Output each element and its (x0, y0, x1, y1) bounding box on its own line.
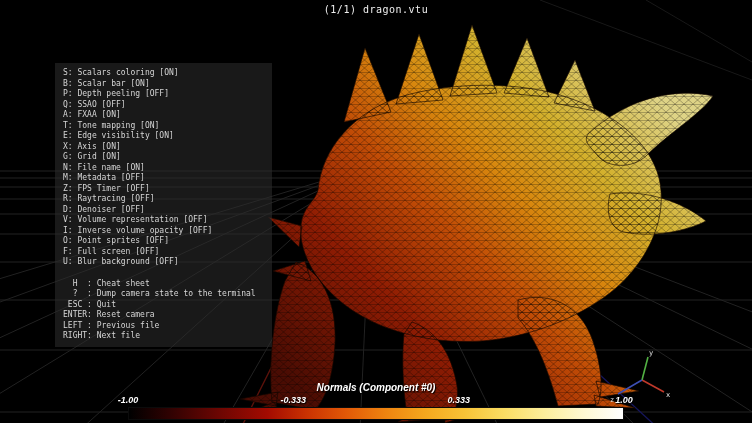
window-title: (1/1) dragon.vtu (0, 4, 752, 15)
cheat-toggle-t: T: Tone mapping [ON] (63, 121, 264, 132)
z-axis-line (618, 380, 642, 394)
scalar-bar-tick-label: -0.333 (280, 395, 306, 405)
cheat-toggle-list: S: Scalars coloring [ON]B: Scalar bar [O… (63, 68, 264, 268)
y-axis-line (642, 357, 648, 380)
cheat-toggle-n: N: File name [ON] (63, 163, 264, 174)
cheat-action-help: ? : Dump camera state to the terminal (63, 289, 264, 300)
cheat-toggle-g: G: Grid [ON] (63, 152, 264, 163)
x-axis-label: x (666, 391, 670, 399)
cheatsheet-overlay: S: Scalars coloring [ON]B: Scalar bar [O… (55, 63, 272, 347)
cheat-toggle-x: X: Axis [ON] (63, 142, 264, 153)
cheat-action-esc: ESC : Quit (63, 300, 264, 311)
cheat-toggle-z: Z: FPS Timer [OFF] (63, 184, 264, 195)
y-axis-label: y (649, 349, 653, 357)
cheat-toggle-f: F: Full screen [OFF] (63, 247, 264, 258)
scalar-bar-title: Normals (Component #0) (128, 382, 624, 393)
cheat-toggle-m: M: Metadata [OFF] (63, 173, 264, 184)
cheat-toggle-o: O: Point sprites [OFF] (63, 236, 264, 247)
cheat-toggle-v: V: Volume representation [OFF] (63, 215, 264, 226)
cheat-toggle-u: U: Blur background [OFF] (63, 257, 264, 268)
scalar-bar-ticks: -1.00-0.3330.3331.00 (128, 395, 624, 406)
cheat-toggle-s: S: Scalars coloring [ON] (63, 68, 264, 79)
cheat-action-list: H : Cheat sheet ? : Dump camera state to… (63, 279, 264, 342)
z-axis-label: z (610, 396, 614, 404)
scalar-bar: Normals (Component #0) -1.00-0.3330.3331… (128, 382, 624, 420)
cheat-toggle-d: D: Denoiser [OFF] (63, 205, 264, 216)
cheat-action-right: RIGHT: Next file (63, 331, 264, 342)
cheat-toggle-q: Q: SSAO [OFF] (63, 100, 264, 111)
scalar-bar-tick-label: 0.333 (448, 395, 471, 405)
cheat-toggle-r: R: Raytracing [OFF] (63, 194, 264, 205)
viewport[interactable]: (1/1) dragon.vtu S: Scalars coloring [ON… (0, 0, 752, 423)
cheat-action-left: LEFT : Previous file (63, 321, 264, 332)
scalar-bar-gradient (128, 407, 624, 420)
cheat-action-enter: ENTER: Reset camera (63, 310, 264, 321)
x-axis-line (642, 380, 664, 392)
cheat-action-h: H : Cheat sheet (63, 279, 264, 290)
cheat-toggle-e: E: Edge visibility [ON] (63, 131, 264, 142)
cheat-toggle-b: B: Scalar bar [ON] (63, 79, 264, 90)
cheat-toggle-p: P: Depth peeling [OFF] (63, 89, 264, 100)
cheat-toggle-i: I: Inverse volume opacity [OFF] (63, 226, 264, 237)
axes-widget: x y z (608, 348, 672, 412)
scalar-bar-tick-label: -1.00 (118, 395, 139, 405)
cheat-toggle-a: A: FXAA [ON] (63, 110, 264, 121)
